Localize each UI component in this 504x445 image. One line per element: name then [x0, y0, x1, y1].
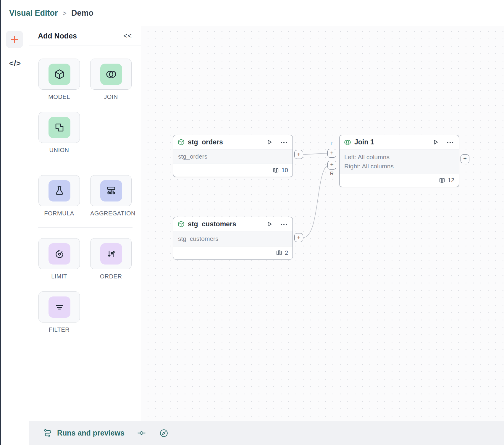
node-menu-icon[interactable]: [446, 138, 454, 146]
join-right-config: Right: All columns: [344, 162, 454, 171]
palette-divider: [38, 227, 133, 228]
app-root: Visual Editor > Demo </> Add Nodes << MO…: [0, 0, 504, 445]
join-venn-icon: [344, 138, 351, 146]
port-plus-stg-orders-output[interactable]: +: [294, 150, 303, 159]
node-title: stg_orders: [188, 138, 259, 146]
node-body: stg_customers: [173, 231, 293, 246]
model-cube-icon: [177, 138, 185, 146]
node-menu-icon[interactable]: [280, 138, 288, 146]
commit-icon[interactable]: [137, 428, 146, 438]
columns-icon: [276, 250, 282, 256]
palette-item-model[interactable]: [38, 59, 80, 90]
plus-icon: [9, 34, 20, 44]
port-label-left: L: [327, 141, 336, 147]
node-footer: 2: [173, 246, 293, 259]
columns-icon: [273, 167, 279, 173]
palette-item-label-model: MODEL: [38, 93, 80, 100]
breadcrumb-separator-icon: >: [63, 9, 67, 17]
union-icon: [49, 117, 70, 138]
left-toolbar: </>: [1, 26, 29, 445]
palette-item-label-order: ORDER: [90, 273, 132, 280]
compass-icon[interactable]: [159, 428, 169, 438]
columns-icon: [439, 177, 445, 183]
palette-item-aggregation[interactable]: [90, 175, 132, 206]
route-icon: [43, 428, 53, 438]
sort-arrows-icon: [100, 243, 122, 265]
run-node-button[interactable]: [432, 138, 439, 146]
node-header: Join 1: [340, 135, 459, 149]
cube-icon: [49, 64, 70, 85]
runs-and-previews-button[interactable]: Runs and previews: [43, 428, 125, 438]
add-node-button[interactable]: [6, 31, 23, 48]
runs-and-previews-label: Runs and previews: [57, 429, 125, 437]
palette-item-label-join: JOIN: [90, 93, 132, 100]
node-stg-orders[interactable]: stg_orders stg_orders 10: [173, 135, 293, 177]
run-node-button[interactable]: [266, 138, 273, 146]
palette-item-formula[interactable]: [38, 175, 80, 206]
collapse-panel-icon[interactable]: <<: [123, 32, 132, 40]
hierarchy-icon: [100, 180, 122, 201]
palette-divider: [38, 165, 133, 165]
gauge-icon: [49, 243, 70, 265]
palette-item-limit[interactable]: [38, 238, 80, 269]
palette-item-label-filter: FILTER: [38, 326, 80, 333]
palette-item-order[interactable]: [90, 238, 132, 269]
node-title: stg_customers: [188, 220, 259, 228]
breadcrumb-current: Demo: [71, 9, 93, 18]
palette-item-join[interactable]: [90, 59, 132, 90]
status-bar: Runs and previews: [29, 421, 504, 445]
column-count: 12: [448, 177, 454, 184]
port-plus-join-left-input[interactable]: +: [327, 149, 336, 158]
node-body: Left: All columns Right: All columns: [340, 149, 459, 174]
column-count: 10: [282, 167, 288, 174]
panel-title: Add Nodes: [38, 32, 77, 40]
port-plus-join-right-input[interactable]: +: [327, 161, 336, 170]
venn-icon: [100, 64, 122, 85]
join-left-config: Left: All columns: [344, 152, 454, 162]
column-count: 2: [285, 249, 288, 256]
palette-item-label-limit: LIMIT: [38, 273, 80, 280]
node-footer: 10: [173, 164, 293, 177]
node-header: stg_customers: [173, 217, 293, 231]
add-nodes-panel-header: Add Nodes <<: [29, 26, 141, 46]
node-body: stg_orders: [173, 149, 293, 164]
node-title: Join 1: [354, 138, 425, 146]
code-view-button[interactable]: </>: [1, 54, 29, 72]
port-plus-join-output[interactable]: +: [461, 154, 469, 163]
filter-lines-icon: [49, 296, 70, 318]
node-footer: 12: [340, 174, 459, 187]
palette-item-label-union: UNION: [38, 147, 80, 154]
palette-item-union[interactable]: [38, 112, 80, 143]
breadcrumb-visual-editor[interactable]: Visual Editor: [9, 9, 58, 18]
model-cube-icon: [177, 220, 185, 228]
node-header: stg_orders: [173, 135, 293, 149]
palette-item-label-formula: FORMULA: [38, 210, 80, 217]
add-nodes-panel: Add Nodes << MODEL JOIN UNION: [29, 26, 141, 421]
run-node-button[interactable]: [266, 220, 273, 228]
canvas[interactable]: stg_orders stg_orders 10: [141, 26, 504, 421]
node-menu-icon[interactable]: [280, 220, 288, 228]
palette-item-label-aggregation: AGGREGATION: [90, 210, 132, 217]
node-model-reference: stg_orders: [178, 153, 288, 160]
node-join-1[interactable]: Join 1 Left: All columns Right: All colu…: [339, 135, 459, 187]
header: Visual Editor > Demo: [1, 0, 504, 26]
node-stg-customers[interactable]: stg_customers stg_customers 2: [173, 217, 293, 259]
port-label-right: R: [327, 171, 336, 177]
flask-icon: [49, 180, 70, 201]
node-model-reference: stg_customers: [178, 235, 288, 242]
port-plus-stg-customers-output[interactable]: +: [294, 233, 303, 242]
palette-item-filter[interactable]: [38, 291, 80, 323]
